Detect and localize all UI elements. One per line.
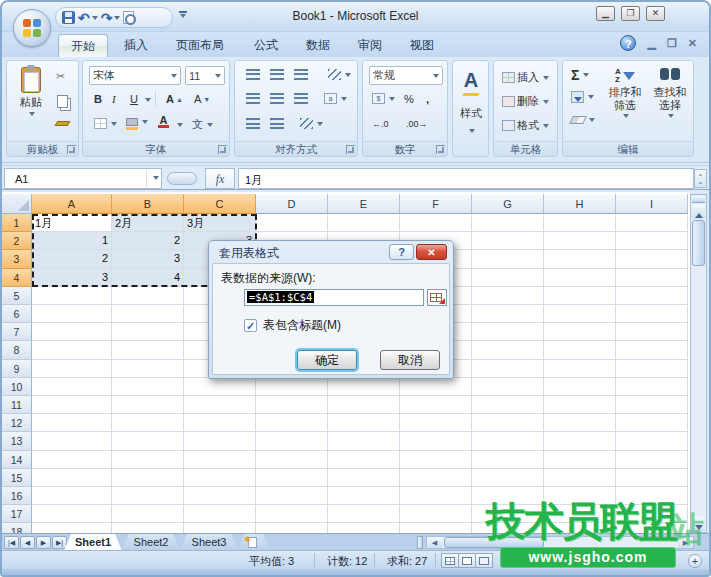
align-middle-button[interactable] [267, 67, 287, 82]
tab-data[interactable]: 数据 [294, 34, 342, 57]
cell-G12[interactable] [472, 414, 544, 432]
cell-A6[interactable] [32, 305, 112, 323]
cell-F1[interactable] [400, 214, 472, 232]
cell-E10[interactable] [328, 378, 400, 396]
fill-button[interactable] [568, 89, 597, 105]
cell-E17[interactable] [328, 505, 400, 523]
cell-C17[interactable] [184, 505, 256, 523]
number-dialog-launcher[interactable] [436, 145, 445, 154]
minimize-button[interactable]: ▁ [596, 6, 615, 21]
cell-I4[interactable] [616, 269, 688, 287]
cell-B4[interactable]: 4 [112, 269, 184, 287]
styles-button[interactable]: A 样式 [457, 67, 485, 135]
cell-A13[interactable] [32, 432, 112, 450]
cell-A3[interactable]: 2 [32, 250, 112, 268]
row-header-18[interactable]: 18 [2, 523, 32, 533]
cell-G18[interactable] [472, 523, 544, 533]
cell-H5[interactable] [544, 287, 616, 305]
cell-I16[interactable] [616, 487, 688, 505]
cell-C15[interactable] [184, 469, 256, 487]
cell-C16[interactable] [184, 487, 256, 505]
cell-G16[interactable] [472, 487, 544, 505]
find-select-button[interactable]: 查找和选择 [649, 66, 691, 120]
cell-H7[interactable] [544, 323, 616, 341]
cell-H2[interactable] [544, 232, 616, 250]
close-button[interactable]: ✕ [646, 6, 665, 21]
cell-G3[interactable] [472, 250, 544, 268]
font-size-combo[interactable]: 11 [185, 66, 225, 85]
tab-review[interactable]: 审阅 [346, 34, 394, 57]
cell-A18[interactable] [32, 523, 112, 533]
cell-C1[interactable]: 3月 [184, 214, 256, 232]
row-header-3[interactable]: 3 [2, 250, 32, 268]
cell-A16[interactable] [32, 487, 112, 505]
cell-B17[interactable] [112, 505, 184, 523]
cell-A2[interactable]: 1 [32, 232, 112, 250]
prev-sheet-button[interactable]: ◀ [20, 536, 35, 549]
cell-B1[interactable]: 2月 [112, 214, 184, 232]
cell-A15[interactable] [32, 469, 112, 487]
cell-G14[interactable] [472, 451, 544, 469]
cell-A17[interactable] [32, 505, 112, 523]
percent-button[interactable]: % [401, 91, 417, 107]
last-sheet-button[interactable]: ▶| [52, 536, 67, 549]
increase-decimal-button[interactable]: ←.0 [369, 117, 392, 131]
accounting-format-button[interactable]: $ [369, 91, 398, 106]
cell-G1[interactable] [472, 214, 544, 232]
tab-view[interactable]: 视图 [398, 34, 446, 57]
row-header-2[interactable]: 2 [2, 232, 32, 250]
format-painter-button[interactable] [53, 119, 72, 128]
column-header-H[interactable]: H [544, 194, 616, 214]
sheet-tab-sheet2[interactable]: Sheet2 [122, 534, 180, 551]
cell-F16[interactable] [400, 487, 472, 505]
grow-font-button[interactable]: A▲ [163, 91, 186, 107]
column-header-E[interactable]: E [328, 194, 400, 214]
sheet-tab-sheet3[interactable]: Sheet3 [180, 534, 238, 551]
cell-G7[interactable] [472, 323, 544, 341]
cell-E11[interactable] [328, 396, 400, 414]
decrease-indent-button[interactable] [243, 116, 263, 131]
sort-filter-button[interactable]: AZ 排序和筛选 [603, 66, 647, 120]
column-header-D[interactable]: D [256, 194, 328, 214]
cell-I12[interactable] [616, 414, 688, 432]
column-header-A[interactable]: A [32, 194, 112, 214]
row-header-13[interactable]: 13 [2, 432, 32, 450]
cell-I8[interactable] [616, 341, 688, 359]
row-header-17[interactable]: 17 [2, 505, 32, 523]
insert-function-button[interactable]: fx [205, 168, 235, 189]
headers-checkbox[interactable]: ✓ [244, 319, 257, 332]
cell-B2[interactable]: 2 [112, 232, 184, 250]
cut-button[interactable]: ✂ [53, 68, 68, 85]
copy-button[interactable] [54, 93, 71, 110]
row-header-7[interactable]: 7 [2, 323, 32, 341]
cell-E16[interactable] [328, 487, 400, 505]
cell-H10[interactable] [544, 378, 616, 396]
cell-E18[interactable] [328, 523, 400, 533]
tab-home[interactable]: 开始 [58, 34, 108, 57]
cell-C13[interactable] [184, 432, 256, 450]
normal-view-button[interactable] [441, 553, 459, 568]
cell-G13[interactable] [472, 432, 544, 450]
shrink-font-button[interactable]: A▼ [191, 91, 213, 107]
row-header-9[interactable]: 9 [2, 360, 32, 378]
cell-A5[interactable] [32, 287, 112, 305]
row-header-10[interactable]: 10 [2, 378, 32, 396]
wrap-text-button[interactable] [297, 116, 326, 131]
tab-insert[interactable]: 插入 [112, 34, 160, 57]
name-box[interactable]: A1 [4, 168, 162, 189]
delete-cells-button[interactable]: 删除 [499, 92, 552, 111]
select-all-corner[interactable] [2, 194, 32, 214]
clipboard-dialog-launcher[interactable] [67, 145, 76, 154]
orientation-button[interactable] [325, 67, 354, 82]
cell-F13[interactable] [400, 432, 472, 450]
cell-A9[interactable] [32, 360, 112, 378]
cell-D15[interactable] [256, 469, 328, 487]
cell-D17[interactable] [256, 505, 328, 523]
cell-B8[interactable] [112, 341, 184, 359]
cell-A7[interactable] [32, 323, 112, 341]
cell-G4[interactable] [472, 269, 544, 287]
cell-E12[interactable] [328, 414, 400, 432]
increase-indent-button[interactable] [267, 116, 287, 131]
cell-H8[interactable] [544, 341, 616, 359]
cell-B16[interactable] [112, 487, 184, 505]
